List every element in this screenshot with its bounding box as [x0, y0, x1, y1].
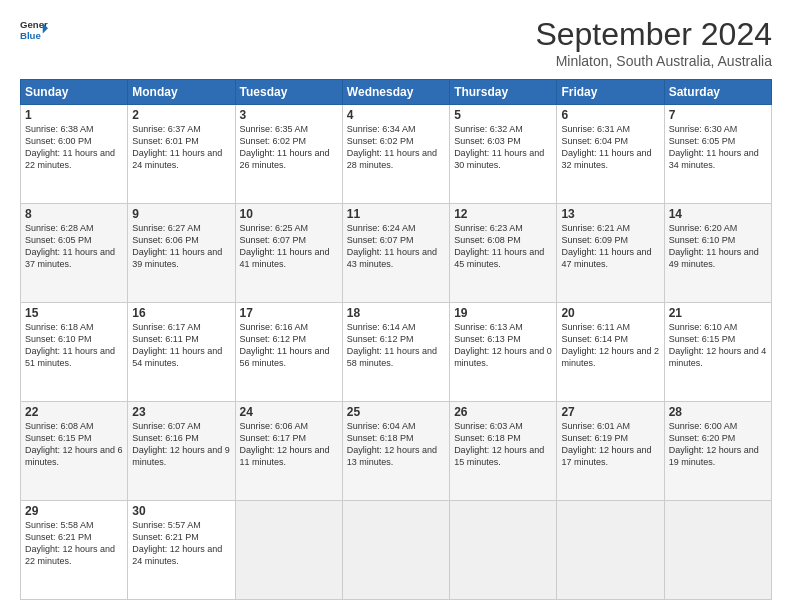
calendar-header-tuesday: Tuesday — [235, 80, 342, 105]
calendar-cell: 19 Sunrise: 6:13 AM Sunset: 6:13 PM Dayl… — [450, 303, 557, 402]
day-info: Sunrise: 6:01 AM Sunset: 6:19 PM Dayligh… — [561, 420, 659, 469]
day-number: 12 — [454, 207, 552, 221]
day-info: Sunrise: 6:07 AM Sunset: 6:16 PM Dayligh… — [132, 420, 230, 469]
calendar-cell: 20 Sunrise: 6:11 AM Sunset: 6:14 PM Dayl… — [557, 303, 664, 402]
day-number: 21 — [669, 306, 767, 320]
day-info: Sunrise: 6:14 AM Sunset: 6:12 PM Dayligh… — [347, 321, 445, 370]
day-info: Sunrise: 6:34 AM Sunset: 6:02 PM Dayligh… — [347, 123, 445, 172]
calendar-cell: 28 Sunrise: 6:00 AM Sunset: 6:20 PM Dayl… — [664, 402, 771, 501]
calendar-cell — [557, 501, 664, 600]
day-number: 6 — [561, 108, 659, 122]
main-title: September 2024 — [535, 16, 772, 53]
day-number: 30 — [132, 504, 230, 518]
calendar-cell: 23 Sunrise: 6:07 AM Sunset: 6:16 PM Dayl… — [128, 402, 235, 501]
day-info: Sunrise: 6:21 AM Sunset: 6:09 PM Dayligh… — [561, 222, 659, 271]
day-number: 26 — [454, 405, 552, 419]
day-info: Sunrise: 6:11 AM Sunset: 6:14 PM Dayligh… — [561, 321, 659, 370]
day-number: 18 — [347, 306, 445, 320]
day-number: 19 — [454, 306, 552, 320]
calendar-cell: 18 Sunrise: 6:14 AM Sunset: 6:12 PM Dayl… — [342, 303, 449, 402]
day-number: 7 — [669, 108, 767, 122]
calendar-cell: 6 Sunrise: 6:31 AM Sunset: 6:04 PM Dayli… — [557, 105, 664, 204]
calendar-cell: 4 Sunrise: 6:34 AM Sunset: 6:02 PM Dayli… — [342, 105, 449, 204]
day-info: Sunrise: 5:58 AM Sunset: 6:21 PM Dayligh… — [25, 519, 123, 568]
day-info: Sunrise: 6:35 AM Sunset: 6:02 PM Dayligh… — [240, 123, 338, 172]
day-number: 1 — [25, 108, 123, 122]
title-block: September 2024 Minlaton, South Australia… — [535, 16, 772, 69]
day-info: Sunrise: 6:06 AM Sunset: 6:17 PM Dayligh… — [240, 420, 338, 469]
day-number: 5 — [454, 108, 552, 122]
day-number: 11 — [347, 207, 445, 221]
calendar-cell: 26 Sunrise: 6:03 AM Sunset: 6:18 PM Dayl… — [450, 402, 557, 501]
day-info: Sunrise: 6:31 AM Sunset: 6:04 PM Dayligh… — [561, 123, 659, 172]
day-number: 4 — [347, 108, 445, 122]
calendar-cell: 15 Sunrise: 6:18 AM Sunset: 6:10 PM Dayl… — [21, 303, 128, 402]
day-info: Sunrise: 6:24 AM Sunset: 6:07 PM Dayligh… — [347, 222, 445, 271]
calendar-cell: 21 Sunrise: 6:10 AM Sunset: 6:15 PM Dayl… — [664, 303, 771, 402]
day-number: 16 — [132, 306, 230, 320]
calendar-cell: 7 Sunrise: 6:30 AM Sunset: 6:05 PM Dayli… — [664, 105, 771, 204]
calendar-cell — [450, 501, 557, 600]
calendar-cell: 9 Sunrise: 6:27 AM Sunset: 6:06 PM Dayli… — [128, 204, 235, 303]
day-info: Sunrise: 6:03 AM Sunset: 6:18 PM Dayligh… — [454, 420, 552, 469]
day-number: 27 — [561, 405, 659, 419]
calendar-cell: 5 Sunrise: 6:32 AM Sunset: 6:03 PM Dayli… — [450, 105, 557, 204]
day-info: Sunrise: 6:18 AM Sunset: 6:10 PM Dayligh… — [25, 321, 123, 370]
calendar-cell: 3 Sunrise: 6:35 AM Sunset: 6:02 PM Dayli… — [235, 105, 342, 204]
day-info: Sunrise: 6:16 AM Sunset: 6:12 PM Dayligh… — [240, 321, 338, 370]
day-number: 15 — [25, 306, 123, 320]
day-info: Sunrise: 6:17 AM Sunset: 6:11 PM Dayligh… — [132, 321, 230, 370]
calendar-cell: 12 Sunrise: 6:23 AM Sunset: 6:08 PM Dayl… — [450, 204, 557, 303]
day-number: 14 — [669, 207, 767, 221]
day-info: Sunrise: 6:10 AM Sunset: 6:15 PM Dayligh… — [669, 321, 767, 370]
calendar-cell — [342, 501, 449, 600]
calendar-cell: 2 Sunrise: 6:37 AM Sunset: 6:01 PM Dayli… — [128, 105, 235, 204]
calendar-table: SundayMondayTuesdayWednesdayThursdayFrid… — [20, 79, 772, 600]
day-number: 24 — [240, 405, 338, 419]
day-number: 17 — [240, 306, 338, 320]
calendar-cell: 13 Sunrise: 6:21 AM Sunset: 6:09 PM Dayl… — [557, 204, 664, 303]
header: General Blue September 2024 Minlaton, So… — [20, 16, 772, 69]
calendar-header-monday: Monday — [128, 80, 235, 105]
day-info: Sunrise: 6:27 AM Sunset: 6:06 PM Dayligh… — [132, 222, 230, 271]
day-number: 28 — [669, 405, 767, 419]
calendar-cell: 8 Sunrise: 6:28 AM Sunset: 6:05 PM Dayli… — [21, 204, 128, 303]
day-info: Sunrise: 6:30 AM Sunset: 6:05 PM Dayligh… — [669, 123, 767, 172]
subtitle: Minlaton, South Australia, Australia — [535, 53, 772, 69]
day-number: 20 — [561, 306, 659, 320]
calendar-cell: 30 Sunrise: 5:57 AM Sunset: 6:21 PM Dayl… — [128, 501, 235, 600]
day-info: Sunrise: 6:23 AM Sunset: 6:08 PM Dayligh… — [454, 222, 552, 271]
calendar-cell — [664, 501, 771, 600]
calendar-cell: 1 Sunrise: 6:38 AM Sunset: 6:00 PM Dayli… — [21, 105, 128, 204]
day-number: 23 — [132, 405, 230, 419]
day-number: 22 — [25, 405, 123, 419]
calendar-cell: 29 Sunrise: 5:58 AM Sunset: 6:21 PM Dayl… — [21, 501, 128, 600]
day-info: Sunrise: 6:13 AM Sunset: 6:13 PM Dayligh… — [454, 321, 552, 370]
svg-text:Blue: Blue — [20, 30, 41, 41]
day-number: 2 — [132, 108, 230, 122]
calendar-header-friday: Friday — [557, 80, 664, 105]
calendar-cell: 22 Sunrise: 6:08 AM Sunset: 6:15 PM Dayl… — [21, 402, 128, 501]
day-number: 3 — [240, 108, 338, 122]
calendar-header-sunday: Sunday — [21, 80, 128, 105]
calendar-cell: 16 Sunrise: 6:17 AM Sunset: 6:11 PM Dayl… — [128, 303, 235, 402]
day-info: Sunrise: 5:57 AM Sunset: 6:21 PM Dayligh… — [132, 519, 230, 568]
calendar-header-wednesday: Wednesday — [342, 80, 449, 105]
day-number: 29 — [25, 504, 123, 518]
calendar-cell: 25 Sunrise: 6:04 AM Sunset: 6:18 PM Dayl… — [342, 402, 449, 501]
day-info: Sunrise: 6:08 AM Sunset: 6:15 PM Dayligh… — [25, 420, 123, 469]
calendar-cell: 14 Sunrise: 6:20 AM Sunset: 6:10 PM Dayl… — [664, 204, 771, 303]
calendar-header-thursday: Thursday — [450, 80, 557, 105]
day-info: Sunrise: 6:04 AM Sunset: 6:18 PM Dayligh… — [347, 420, 445, 469]
day-info: Sunrise: 6:37 AM Sunset: 6:01 PM Dayligh… — [132, 123, 230, 172]
calendar-cell: 24 Sunrise: 6:06 AM Sunset: 6:17 PM Dayl… — [235, 402, 342, 501]
calendar-cell: 27 Sunrise: 6:01 AM Sunset: 6:19 PM Dayl… — [557, 402, 664, 501]
day-number: 13 — [561, 207, 659, 221]
calendar-header-saturday: Saturday — [664, 80, 771, 105]
calendar-cell: 10 Sunrise: 6:25 AM Sunset: 6:07 PM Dayl… — [235, 204, 342, 303]
day-number: 10 — [240, 207, 338, 221]
calendar-cell — [235, 501, 342, 600]
day-info: Sunrise: 6:28 AM Sunset: 6:05 PM Dayligh… — [25, 222, 123, 271]
day-number: 25 — [347, 405, 445, 419]
logo: General Blue — [20, 16, 48, 44]
